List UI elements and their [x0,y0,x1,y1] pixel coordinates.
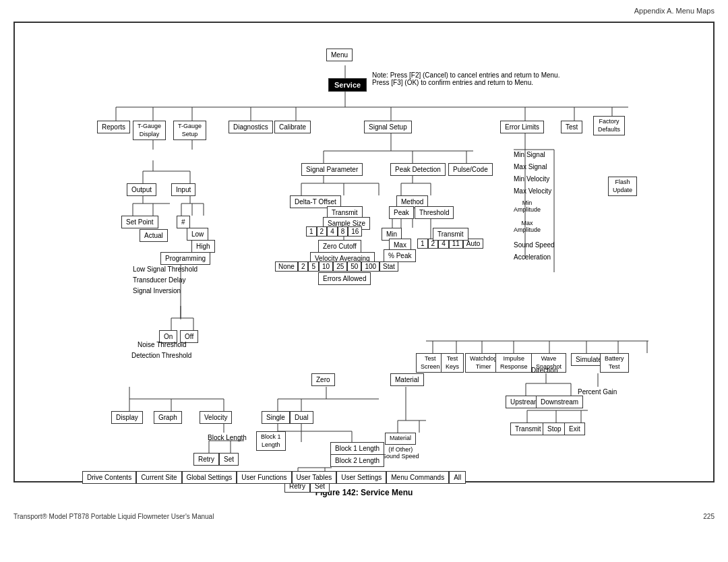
avg-5: 5 [308,261,319,272]
trans-1: 1 [417,239,428,249]
exit-box: Exit [564,423,585,435]
global-settings-box: Global Settings [182,471,237,484]
zero-cutoff-box: Zero Cutoff [318,240,361,253]
errors-allowed-box: Errors Allowed [318,272,371,285]
high-box: High [191,240,215,253]
footer-right: 225 [703,513,715,520]
display-box: Display [111,411,143,424]
output-box: Output [127,183,156,196]
direction-label: Direction [531,367,557,374]
page-header: Appendix A. Menu Maps [0,0,728,18]
num-1: 1 [306,226,317,237]
threshold-box: Threshold [415,206,454,219]
dual-box: Dual [290,411,313,424]
hash-box: # [177,216,190,228]
battery-test-box: BatteryTest [600,353,629,373]
menu-box: Menu [326,49,353,61]
noise-threshold: Noise Threshold [138,341,187,348]
set-box: Set [219,453,239,466]
user-settings-box: User Settings [336,471,386,484]
actual-box: Actual [140,229,168,242]
all-box: All [449,471,466,484]
avg-none: None [275,261,298,272]
block-length-label: Block Length [208,434,247,441]
retry-box: Retry [193,453,219,466]
min-signal-box: Min Signal [514,151,545,158]
avg-stat: Stat [380,261,398,272]
calibrate-box: Calibrate [274,121,311,133]
signal-setup-box: Signal Setup [364,121,412,133]
avg-100: 100 [361,261,380,272]
test-keys-box: TestKeys [441,353,464,373]
if-other-label: (If Other)Sound Speed [382,446,419,460]
sample-nums: 1 2 4 8 16 [306,226,362,237]
num-4: 4 [327,226,338,237]
transducer-delay: Transducer Delay [133,276,186,284]
service-box: Service [328,78,367,92]
block1-length-box: Block 1 Length [330,442,384,455]
signal-parameter-box: Signal Parameter [301,163,363,176]
diagram-area: Menu Note: Press [F2] (Cancel) to cancel… [22,30,706,474]
diagram-border: Menu Note: Press [F2] (Cancel) to cancel… [13,22,715,482]
factory-defaults-box: FactoryDefaults [593,116,625,135]
input-box: Input [171,183,195,196]
low-signal-threshold: Low Signal Threshold [133,266,198,273]
low-box: Low [187,228,208,241]
block1-length-label-box: Block 1Length [256,431,286,451]
peak-detection-box: Peak Detection [390,163,446,176]
downstream-box: Downstream [536,396,583,408]
user-tables-box: User Tables [292,471,337,484]
avg-nums: None 2 5 10 25 50 100 Stat [275,261,398,272]
avg-2: 2 [298,261,309,272]
max-signal-box: Max Signal [514,163,547,170]
avg-25: 25 [333,261,347,272]
zero-box: Zero [311,373,335,386]
footer-left: Transport® Model PT878 Portable Liquid F… [13,513,214,520]
max-amplitude-box: MaxAmplitude [514,220,541,233]
num-2: 2 [317,226,328,237]
caption: Figure 142: Service Menu [13,488,715,497]
bottom-bar: Drive Contents Current Site Global Setti… [82,471,466,484]
transmit2-box: Transmit [433,228,468,241]
max-velocity-box: Max Velocity [514,187,551,195]
avg-50: 50 [347,261,361,272]
avg-10: 10 [319,261,333,272]
min-amplitude-box: MinAmplitude [514,199,541,213]
reports-box: Reports [97,121,130,133]
error-limits-box: Error Limits [500,121,544,133]
single-box: Single [262,411,290,424]
detection-threshold: Detection Threshold [131,352,191,359]
material2-box: Material [385,433,416,445]
velocity-box: Velocity [200,411,232,424]
sound-speed-box: Sound Speed [514,241,555,249]
user-functions-box: User Functions [237,471,291,484]
block2-length-box: Block 2 Length [330,454,384,467]
current-site-box: Current Site [136,471,181,484]
drive-contents-box: Drive Contents [82,471,136,484]
footer: Transport® Model PT878 Portable Liquid F… [0,507,728,526]
graph-box: Graph [154,411,182,424]
min-velocity-box: Min Velocity [514,175,549,183]
acceleration-box: Acceleration [514,253,551,261]
menu-commands-box: Menu Commands [386,471,449,484]
transmit3-box: Transmit [510,423,546,435]
num-8: 8 [338,226,348,237]
diagnostics-box: Diagnostics [229,121,273,133]
tgauge-setup-box: T-GaugeSetup [173,121,206,140]
peak-box: Peak [389,206,414,219]
signal-inversion: Signal Inversion [133,287,181,294]
programming-box: Programming [160,252,210,265]
impulse-response-box: ImpulseResponse [495,353,533,373]
pct-peak-box: % Peak [384,249,416,262]
tgauge-display-box: T-GaugeDisplay [133,121,166,140]
note-text: Note: Press [F2] (Cancel) to cancel entr… [372,71,559,86]
material-box: Material [390,373,424,386]
percent-gain-label: Percent Gain [578,388,617,396]
stop-box: Stop [543,423,566,435]
test-box: Test [561,121,582,133]
num-16: 16 [348,226,362,237]
flash-update-box: FlashUpdate [608,177,637,196]
set-point-box: Set Point [121,216,158,228]
pulse-code-box: Pulse/Code [448,163,493,176]
